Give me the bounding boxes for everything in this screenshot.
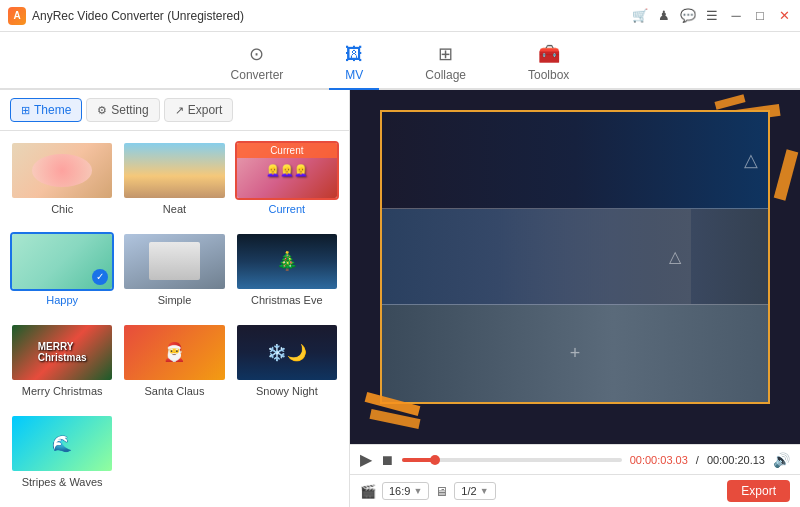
app-logo: A (8, 7, 26, 25)
converter-icon: ⊙ (249, 43, 264, 65)
theme-item-christmas-eve[interactable]: 🎄 Christmas Eve (235, 232, 339, 315)
mv-icon: 🖼 (345, 44, 363, 65)
play-controls: ▶ ⏹ 00:00:03.03 / 00:00:20.13 🔊 (350, 444, 800, 474)
theme-thumb-stripes-waves: 🌊 (10, 414, 114, 473)
tab-collage[interactable]: ⊞ Collage (409, 37, 482, 90)
video-row-2: △ (382, 209, 768, 306)
main-layout: ⊞ Theme ⚙ Setting ↗ Export Chic (0, 90, 800, 507)
theme-name-snowy-night: Snowy Night (256, 385, 318, 397)
theme-thumb-christmas-eve: 🎄 (235, 232, 339, 291)
theme-name-chic: Chic (51, 203, 73, 215)
video-row-3: + (382, 305, 768, 402)
theme-name-christmas-eve: Christmas Eve (251, 294, 323, 306)
export-button[interactable]: Export (727, 480, 790, 502)
total-time: 00:00:20.13 (707, 454, 765, 466)
layout-icon: 🎬 (360, 484, 376, 499)
theme-icon: ⊞ (21, 104, 30, 117)
theme-grid: Chic Neat 👱‍♀️👱‍♀️👱‍♀️ Current Current (0, 131, 349, 507)
export-subtab-icon: ↗ (175, 104, 184, 117)
row2-icon: △ (669, 247, 681, 266)
current-time: 00:00:03.03 (630, 454, 688, 466)
maximize-button[interactable]: □ (752, 8, 768, 24)
close-button[interactable]: ✕ (776, 8, 792, 24)
mv-label: MV (345, 68, 363, 82)
menu-icon[interactable]: ☰ (704, 8, 720, 24)
title-bar: A AnyRec Video Converter (Unregistered) … (0, 0, 800, 32)
tab-converter[interactable]: ⊙ Converter (215, 37, 300, 90)
theme-item-merry-christmas[interactable]: MERRYChristmas Merry Christmas (10, 323, 114, 406)
minimize-button[interactable]: ─ (728, 8, 744, 24)
theme-name-santa-claus: Santa Claus (145, 385, 205, 397)
user-icon[interactable]: ♟ (656, 8, 672, 24)
deco-top-right2 (714, 94, 745, 109)
collage-icon: ⊞ (438, 43, 453, 65)
left-panel: ⊞ Theme ⚙ Setting ↗ Export Chic (0, 90, 350, 507)
theme-item-neat[interactable]: Neat (122, 141, 226, 224)
collage-label: Collage (425, 68, 466, 82)
play-button[interactable]: ▶ (360, 450, 372, 469)
tab-mv[interactable]: 🖼 MV (329, 38, 379, 90)
theme-item-current[interactable]: 👱‍♀️👱‍♀️👱‍♀️ Current Current (235, 141, 339, 224)
layout-value: 1/2 (461, 485, 476, 497)
theme-item-happy[interactable]: ✓ Happy (10, 232, 114, 315)
screen-icon: 🖥 (435, 484, 448, 499)
theme-item-santa-claus[interactable]: 🎅 Santa Claus (122, 323, 226, 406)
row1-icon: △ (744, 149, 758, 171)
theme-thumb-current: 👱‍♀️👱‍♀️👱‍♀️ Current (235, 141, 339, 200)
title-bar-left: A AnyRec Video Converter (Unregistered) (8, 7, 244, 25)
theme-label: Theme (34, 103, 71, 117)
toolbox-icon: 🧰 (538, 43, 560, 65)
title-bar-controls: 🛒 ♟ 💬 ☰ ─ □ ✕ (632, 8, 792, 24)
progress-dot (430, 455, 440, 465)
right-panel: △ △ + ▶ ⏹ 00 (350, 90, 800, 507)
theme-name-happy: Happy (46, 294, 78, 306)
chat-icon[interactable]: 💬 (680, 8, 696, 24)
cart-icon[interactable]: 🛒 (632, 8, 648, 24)
theme-thumb-happy: ✓ (10, 232, 114, 291)
aspect-ratio-select[interactable]: 16:9 ▼ (382, 482, 429, 500)
progress-bar[interactable] (402, 458, 622, 462)
theme-thumb-simple (122, 232, 226, 291)
theme-name-simple: Simple (158, 294, 192, 306)
theme-name-merry-christmas: Merry Christmas (22, 385, 103, 397)
theme-name-stripes-waves: Stripes & Waves (22, 476, 103, 488)
theme-item-stripes-waves[interactable]: 🌊 Stripes & Waves (10, 414, 114, 497)
layout-select[interactable]: 1/2 ▼ (454, 482, 495, 500)
setting-icon: ⚙ (97, 104, 107, 117)
theme-thumb-santa-claus: 🎅 (122, 323, 226, 382)
video-row-1: △ (382, 112, 768, 209)
tab-toolbox[interactable]: 🧰 Toolbox (512, 37, 585, 90)
converter-label: Converter (231, 68, 284, 82)
theme-thumb-snowy-night: ❄️🌙 (235, 323, 339, 382)
volume-icon[interactable]: 🔊 (773, 452, 790, 468)
video-frame: △ △ + (380, 110, 770, 404)
subtab-export[interactable]: ↗ Export (164, 98, 234, 122)
ratio-arrow-icon: ▼ (413, 486, 422, 496)
theme-name-neat: Neat (163, 203, 186, 215)
export-subtab-label: Export (188, 103, 223, 117)
toolbox-label: Toolbox (528, 68, 569, 82)
stop-button[interactable]: ⏹ (380, 452, 394, 468)
subtab-setting[interactable]: ⚙ Setting (86, 98, 159, 122)
deco-mid-right (774, 149, 799, 200)
theme-name-current: Current (268, 203, 305, 215)
video-preview: △ △ + (350, 90, 800, 444)
subtab-theme[interactable]: ⊞ Theme (10, 98, 82, 122)
happy-check: ✓ (92, 269, 108, 285)
time-separator: / (696, 454, 699, 466)
theme-item-snowy-night[interactable]: ❄️🌙 Snowy Night (235, 323, 339, 406)
app-title: AnyRec Video Converter (Unregistered) (32, 9, 244, 23)
aspect-ratio-value: 16:9 (389, 485, 410, 497)
row3-icon: + (570, 343, 581, 364)
bottom-controls: 🎬 16:9 ▼ 🖥 1/2 ▼ Export (350, 474, 800, 507)
sub-tabs: ⊞ Theme ⚙ Setting ↗ Export (0, 90, 349, 131)
theme-thumb-chic (10, 141, 114, 200)
current-badge: Current (237, 143, 337, 158)
theme-item-chic[interactable]: Chic (10, 141, 114, 224)
nav-tabs: ⊙ Converter 🖼 MV ⊞ Collage 🧰 Toolbox (0, 32, 800, 90)
theme-thumb-merry-christmas: MERRYChristmas (10, 323, 114, 382)
theme-item-simple[interactable]: Simple (122, 232, 226, 315)
setting-label: Setting (111, 103, 148, 117)
layout-arrow-icon: ▼ (480, 486, 489, 496)
theme-thumb-neat (122, 141, 226, 200)
